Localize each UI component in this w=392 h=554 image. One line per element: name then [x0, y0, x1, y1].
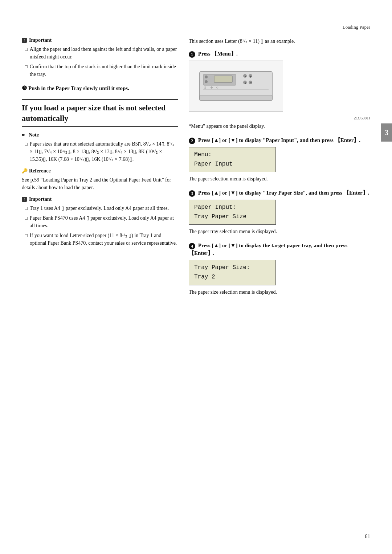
important-item-5: If you want to load Letter-sized paper (…	[25, 232, 178, 247]
step-1-after: “Menu” appears on the panel display.	[189, 122, 370, 130]
intro-text: This section uses Letter (8¹/₂ × 11) ▯ a…	[189, 37, 370, 45]
important-icon-2: !	[22, 197, 27, 202]
header-rule	[22, 22, 370, 22]
note-title: ✏ Note	[22, 132, 178, 138]
lcd-display-1: Menu: Paper Input	[189, 147, 276, 172]
important-item-1: Align the paper and load them against th…	[25, 45, 178, 61]
important-item-4: Paper Bank PS470 uses A4 ▯ paper exclusi…	[25, 214, 178, 229]
step-3-right-block: 3 Press [▲] or [▼] to display "Tray Pape…	[189, 189, 370, 235]
step-4-block: 4 Press [▲] or [▼] to display the target…	[189, 242, 370, 296]
ref-icon: 🔑	[22, 168, 28, 174]
svg-rect-2	[214, 76, 232, 82]
svg-text:▼: ▼	[250, 82, 252, 85]
important-item-2: Confirm that the top of the stack is not…	[25, 63, 178, 78]
header-bar: Loading Paper	[22, 24, 370, 30]
printer-caption: ZDJ5001J	[189, 116, 370, 120]
printer-image: ▲ ◆ ▲ ▼ ◎ ◎ ◇	[189, 61, 283, 111]
step-3-right-circle: 3	[189, 190, 195, 197]
step-3-right-heading: 3 Press [▲] or [▼] to display "Tray Pape…	[189, 189, 370, 197]
reference-block: 🔑 Reference See p.59 “Loading Paper in T…	[22, 168, 178, 191]
step-2-block: 2 Press [▲] or [▼] to display "Paper Inp…	[189, 137, 370, 183]
step-4-heading: 4 Press [▲] or [▼] to display the target…	[189, 242, 370, 257]
header-label: Loading Paper	[343, 24, 370, 30]
important-item-3: Tray 1 uses A4 ▯ paper exclusively. Load…	[25, 204, 178, 212]
step-1-block: 1 Press 【Menu】.	[189, 50, 370, 130]
note-icon: ✏	[22, 133, 26, 138]
reference-title: 🔑 Reference	[22, 168, 178, 174]
lcd-display-3: Tray Paper Size: Tray 2	[189, 260, 276, 285]
step-3-right-after: The paper tray selection menu is display…	[189, 228, 370, 235]
step-1-circle: 1	[189, 51, 195, 58]
important-title-2: ! Important	[22, 196, 178, 202]
important-block-2: ! Important Tray 1 uses A4 ▯ paper exclu…	[22, 196, 178, 247]
step-2-heading: 2 Press [▲] or [▼] to display "Paper Inp…	[189, 137, 370, 144]
step-3-left: ❸ Push in the Paper Tray slowly until it…	[22, 84, 178, 93]
page-container: Loading Paper ! Important Align the pape…	[0, 0, 392, 554]
svg-point-4	[205, 80, 208, 83]
main-content: ! Important Align the paper and load the…	[22, 37, 370, 302]
left-column: ! Important Align the paper and load the…	[22, 37, 178, 302]
note-item: Paper sizes that are not selected automa…	[25, 140, 178, 163]
big-heading: If you load a paper size that is not sel…	[22, 99, 178, 127]
step-2-after: The paper selection menu is displayed.	[189, 175, 370, 183]
svg-text:◎: ◎	[211, 86, 213, 89]
svg-rect-13	[200, 95, 272, 101]
note-list: Paper sizes that are not selected automa…	[22, 140, 178, 163]
svg-point-3	[205, 76, 208, 78]
right-column: This section uses Letter (8¹/₂ × 11) ▯ a…	[189, 37, 370, 302]
lcd-display-2: Paper Input: Tray Paper Size	[189, 200, 276, 225]
reference-text: See p.59 “Loading Paper in Tray 2 and th…	[22, 176, 178, 191]
important-title-1: ! Important	[22, 37, 178, 43]
note-block: ✏ Note Paper sizes that are not selected…	[22, 132, 178, 163]
step-2-circle: 2	[189, 138, 195, 144]
svg-text:▲: ▲	[244, 75, 247, 78]
page-number: 61	[365, 533, 370, 539]
printer-svg: ▲ ◆ ▲ ▼ ◎ ◎ ◇	[192, 64, 279, 108]
step-4-after: The paper size selection menu is display…	[189, 288, 370, 296]
tab-marker: 3	[381, 123, 392, 142]
important-list-2: Tray 1 uses A4 ▯ paper exclusively. Load…	[22, 204, 178, 247]
svg-text:▲: ▲	[244, 82, 247, 85]
svg-text:◎: ◎	[204, 86, 206, 89]
important-list-1: Align the paper and load them against th…	[22, 45, 178, 78]
step-4-circle: 4	[189, 243, 195, 249]
important-icon-1: !	[22, 38, 27, 43]
step-1-heading: 1 Press 【Menu】.	[189, 50, 370, 58]
important-block-1: ! Important Align the paper and load the…	[22, 37, 178, 78]
